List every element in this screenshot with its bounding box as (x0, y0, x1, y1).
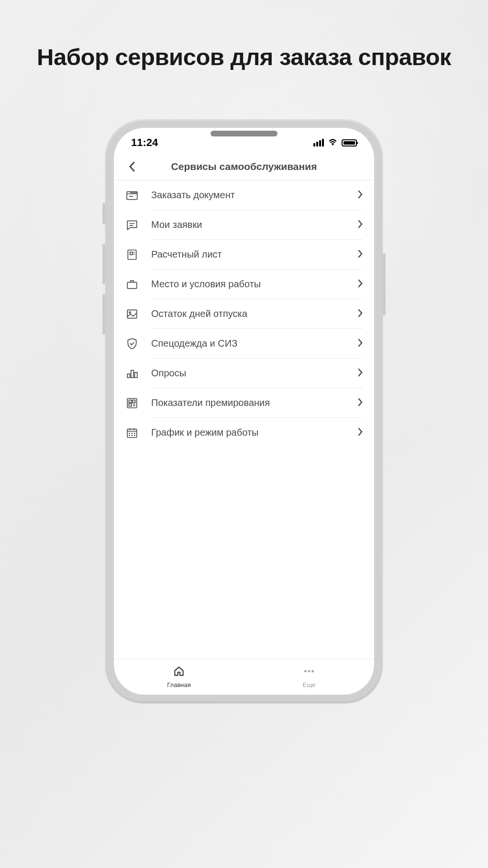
menu-item-bonus-indicators[interactable]: Показатели премирования (114, 388, 374, 418)
phone-power-button (383, 253, 386, 316)
svg-rect-10 (129, 400, 132, 402)
menu-item-payslip[interactable]: Расчетный лист (114, 240, 374, 270)
chevron-right-icon (358, 279, 363, 290)
menu-list[interactable]: Заказать документ Мои заявки (114, 180, 374, 659)
svg-point-14 (304, 670, 307, 673)
chevron-right-icon (358, 398, 363, 408)
phone-volume-up (102, 244, 105, 284)
menu-item-surveys[interactable]: Опросы (114, 359, 374, 388)
cellular-signal-icon (313, 139, 324, 147)
svg-point-15 (308, 670, 311, 673)
calendar-icon (125, 426, 139, 440)
marketing-title: Набор сервисов для заказа справок (37, 43, 451, 71)
battery-icon (342, 139, 357, 147)
nav-tab-more[interactable]: Еще (244, 659, 374, 695)
nav-tab-label: Еще (303, 681, 315, 688)
page-title: Сервисы самообслуживания (141, 161, 347, 172)
chevron-right-icon (358, 338, 363, 349)
svg-point-16 (311, 670, 314, 673)
chevron-right-icon (358, 428, 363, 438)
menu-item-ppe[interactable]: Спецодежда и СИЗ (114, 329, 374, 359)
menu-label: Спецодежда и СИЗ (151, 338, 358, 349)
briefcase-icon (125, 278, 139, 291)
status-icons (313, 138, 357, 147)
menu-label: График и режим работы (151, 427, 358, 438)
menu-label: Опросы (151, 368, 358, 379)
menu-label: Заказать документ (151, 190, 358, 201)
menu-label: Показатели премирования (151, 397, 358, 408)
chevron-right-icon (358, 220, 363, 230)
receipt-icon (125, 248, 139, 261)
nav-tab-home[interactable]: Главная (114, 659, 244, 695)
phone-mockup: 11:24 Сервисы самообсл (105, 119, 383, 703)
svg-rect-2 (130, 252, 133, 254)
chevron-right-icon (358, 190, 363, 201)
navigation-header: Сервисы самообслуживания (114, 154, 374, 180)
status-time: 11:24 (131, 136, 158, 149)
menu-item-workplace-conditions[interactable]: Место и условия работы (114, 270, 374, 299)
image-icon (125, 307, 139, 321)
menu-label: Остаток дней отпуска (151, 308, 358, 319)
shield-check-icon (125, 337, 139, 350)
phone-screen: 11:24 Сервисы самообсл (114, 128, 374, 695)
menu-item-work-schedule[interactable]: График и режим работы (114, 418, 374, 448)
home-icon (173, 665, 185, 679)
menu-label: Место и условия работы (151, 279, 358, 290)
back-button[interactable] (123, 161, 141, 172)
svg-rect-12 (129, 404, 132, 406)
menu-label: Мои заявки (151, 219, 358, 230)
svg-rect-11 (133, 400, 135, 402)
chat-icon (125, 218, 139, 232)
wifi-icon (328, 138, 338, 147)
chevron-right-icon (358, 309, 363, 319)
chevron-right-icon (358, 368, 363, 379)
folder-icon (125, 189, 139, 202)
menu-item-my-requests[interactable]: Мои заявки (114, 210, 374, 240)
phone-silence-switch (102, 203, 105, 225)
chevron-right-icon (358, 249, 363, 260)
menu-item-vacation-days[interactable]: Остаток дней отпуска (114, 299, 374, 329)
svg-rect-7 (131, 370, 133, 377)
menu-item-order-document[interactable]: Заказать документ (114, 180, 374, 210)
phone-speaker-notch (211, 131, 277, 136)
svg-rect-6 (127, 374, 130, 378)
nav-tab-label: Главная (167, 681, 190, 688)
bar-chart-icon (125, 367, 139, 380)
menu-label: Расчетный лист (151, 249, 358, 260)
qr-icon (125, 396, 139, 410)
bottom-navigation: Главная Еще (114, 659, 374, 695)
svg-rect-3 (127, 282, 137, 288)
svg-rect-8 (134, 372, 137, 378)
svg-point-5 (129, 312, 131, 313)
dots-icon (303, 665, 315, 679)
phone-volume-down (102, 294, 105, 335)
